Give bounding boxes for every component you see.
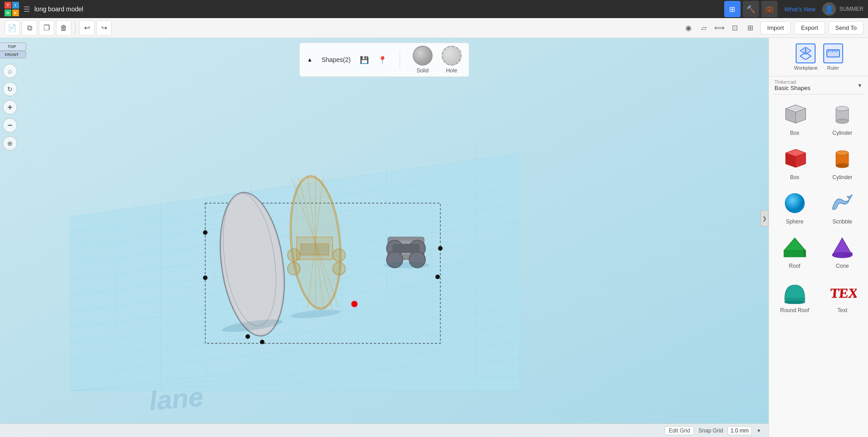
grid-svg xyxy=(0,38,769,437)
shapes-save-icon[interactable]: 💾 xyxy=(360,56,369,64)
shape-card-text[interactable]: TEXT Text xyxy=(821,276,865,316)
svg-point-90 xyxy=(785,193,805,213)
svg-marker-64 xyxy=(800,47,811,54)
library-brand: Tinkercad xyxy=(774,79,811,85)
new-button[interactable]: 📄 xyxy=(5,20,20,36)
align-tool-icon[interactable]: ▱ xyxy=(697,21,711,35)
shape-card-sphere[interactable]: Sphere xyxy=(773,187,817,228)
shape-card-box-grey[interactable]: Box xyxy=(773,98,817,139)
cylinder-grey-label: Cylinder xyxy=(832,130,852,136)
shapes-panel-inner: ▲ Shapes(2) 💾 📍 Solid Hole xyxy=(299,43,469,77)
nav-hammer-button[interactable]: 🔨 xyxy=(743,1,759,17)
delete-button[interactable]: 🗑 xyxy=(56,20,71,36)
logo-i: I xyxy=(12,2,19,9)
doc-title: long board model xyxy=(34,5,720,13)
shapes-info-icon[interactable]: 📍 xyxy=(378,56,387,64)
snap-grid-bar: Edit Grid Snap Grid 1.0 mm ▼ xyxy=(0,423,769,437)
import-button[interactable]: Import xyxy=(760,21,791,34)
solid-circle xyxy=(413,46,433,66)
roof-label: Roof xyxy=(789,263,800,269)
zoom-in-button[interactable]: + xyxy=(3,100,17,114)
library-chevron-icon[interactable]: ▼ xyxy=(857,82,863,89)
svg-point-34 xyxy=(435,275,440,279)
ruler-label: Ruler xyxy=(827,65,839,71)
undo-button[interactable]: ↩ xyxy=(79,20,94,36)
shape-card-box-red[interactable]: Box xyxy=(773,142,817,183)
ruler-tool[interactable]: Ruler xyxy=(823,43,843,71)
svg-point-33 xyxy=(438,246,443,251)
shapes-title: Shapes(2) xyxy=(321,56,351,63)
nav-grid-button[interactable]: ⊞ xyxy=(724,1,741,17)
box-grey-icon xyxy=(779,101,811,128)
svg-point-49 xyxy=(333,249,345,261)
toolbar-right-icons: ◉ ▱ ⟺ ⊡ ⊞ xyxy=(682,21,757,35)
workplane-icon xyxy=(796,43,816,63)
viewport[interactable]: lane ▲ Shapes(2) 💾 📍 Solid Hole xyxy=(0,38,769,437)
svg-marker-91 xyxy=(784,238,806,251)
panel-tools-section: Workplane Ruler xyxy=(769,38,868,76)
snap-grid-label: Snap Grid xyxy=(698,428,723,434)
shape-card-roof[interactable]: Roof xyxy=(773,231,817,272)
sphere-icon xyxy=(779,190,811,217)
panel-collapse-button[interactable]: ❯ xyxy=(760,210,769,227)
ungroup-tool-icon[interactable]: ⊞ xyxy=(743,21,757,35)
svg-point-98 xyxy=(785,300,805,304)
snap-grid-chevron[interactable]: ▼ xyxy=(756,428,761,433)
shape-card-cylinder-grey[interactable]: Cylinder xyxy=(821,98,865,139)
svg-rect-47 xyxy=(301,244,329,255)
fit-view-button[interactable]: ⊕ xyxy=(3,136,17,151)
group-tool-icon[interactable]: ⊡ xyxy=(728,21,741,35)
zoom-out-button[interactable]: − xyxy=(3,118,17,133)
svg-point-30 xyxy=(203,276,208,280)
whats-new-link[interactable]: What's New xyxy=(784,6,816,13)
box-red-icon xyxy=(779,145,811,172)
send-to-button[interactable]: Send To xyxy=(829,21,863,34)
export-button[interactable]: Export xyxy=(794,21,825,34)
shapes-panel-collapse[interactable]: ▲ xyxy=(307,57,312,63)
mirror-tool-icon[interactable]: ⟺ xyxy=(712,21,726,35)
view-cube[interactable]: TOP FRONT xyxy=(0,43,26,58)
text-shape-label: Text xyxy=(837,307,847,314)
panel-tool-row: Workplane Ruler xyxy=(794,43,843,71)
snap-grid-value[interactable]: 1.0 mm xyxy=(727,426,752,435)
home-view-button[interactable]: ⌂ xyxy=(3,64,17,78)
rotate-view-button[interactable]: ↻ xyxy=(3,82,17,96)
svg-point-32 xyxy=(260,340,264,344)
edit-grid-button[interactable]: Edit Grid xyxy=(665,426,694,435)
library-header: Tinkercad Basic Shapes ▼ xyxy=(769,76,868,94)
duplicate-button[interactable]: ❐ xyxy=(39,20,54,36)
hole-option[interactable]: Hole xyxy=(442,46,462,74)
top-bar: T I N K ☰ long board model ⊞ 🔨 💼 What's … xyxy=(0,0,868,18)
copy-in-place-button[interactable]: ⧉ xyxy=(22,20,37,36)
shapes-divider xyxy=(400,51,400,69)
left-view-tools: TOP FRONT ⌂ ↻ + − ⊕ xyxy=(0,38,20,437)
shapes-library: Box Cylinder xyxy=(769,95,868,437)
scribble-icon xyxy=(826,190,858,217)
menu-icon[interactable]: ☰ xyxy=(24,5,30,14)
shape-card-scribble[interactable]: Scribble xyxy=(821,187,865,228)
nav-icons: ⊞ 🔨 💼 xyxy=(724,1,778,17)
workplane-tool[interactable]: Workplane xyxy=(794,43,817,71)
svg-point-29 xyxy=(203,230,208,235)
logo-n: N xyxy=(5,10,11,16)
cone-label: Cone xyxy=(836,263,849,269)
svg-point-87 xyxy=(836,163,849,168)
solid-option[interactable]: Solid xyxy=(413,46,433,74)
right-panel: Workplane Ruler xyxy=(769,38,868,437)
shape-card-cone[interactable]: Cone xyxy=(821,231,865,272)
library-name: Basic Shapes xyxy=(774,85,811,91)
ruler-icon xyxy=(823,43,843,63)
snap-tool-icon[interactable]: ◉ xyxy=(682,21,695,35)
nav-briefcase-button[interactable]: 💼 xyxy=(761,1,778,17)
svg-rect-58 xyxy=(392,244,420,253)
solid-label: Solid xyxy=(416,67,429,74)
box-red-label: Box xyxy=(790,174,799,180)
cone-icon xyxy=(826,234,858,261)
shape-card-cylinder-orange[interactable]: Cylinder xyxy=(821,142,865,183)
cube-front-face: FRONT xyxy=(0,51,26,58)
svg-point-86 xyxy=(836,151,849,155)
user-name: SUMMER xyxy=(840,6,863,12)
text-shape-icon: TEXT xyxy=(826,278,858,305)
shape-card-round-roof[interactable]: Round Roof xyxy=(773,276,817,316)
redo-button[interactable]: ↪ xyxy=(96,20,112,36)
